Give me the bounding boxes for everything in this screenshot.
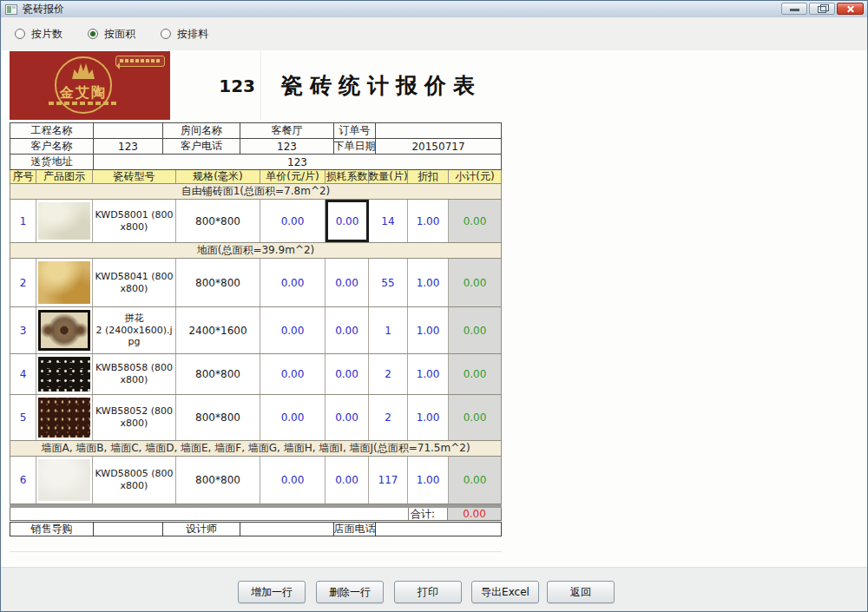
minimize-button[interactable] [781,3,807,15]
total-label[interactable]: 合计: [408,508,447,520]
project-name-label[interactable]: 工程名称 [10,123,94,138]
tile-image-cell[interactable] [36,307,93,353]
row-price[interactable]: 0.00 [260,307,326,353]
row-discount[interactable]: 1.00 [408,395,449,440]
row-discount[interactable]: 1.00 [408,354,449,394]
customer-name-value[interactable]: 123 [94,139,163,154]
restore-button[interactable] [809,3,835,15]
row-subtotal[interactable]: 0.00 [449,395,501,440]
radio-by-pieces[interactable]: 按片数 [15,27,62,42]
add-row-button[interactable]: 增加一行 [238,581,306,603]
row-qty[interactable]: 117 [369,457,408,503]
row-discount[interactable]: 1.00 [408,307,449,353]
row-seq[interactable]: 4 [10,354,36,394]
project-name-value[interactable] [94,123,163,138]
tile-image-cell[interactable] [36,354,93,394]
customer-phone-value[interactable]: 123 [240,139,334,154]
row-model[interactable]: KWD58005 (800x800) [93,457,176,503]
report-title[interactable]: 瓷砖统计报价表 [261,51,502,120]
row-discount[interactable]: 1.00 [408,457,449,503]
row-seq[interactable]: 5 [10,395,36,440]
row-spec[interactable]: 2400*1600 [176,307,260,353]
row-model[interactable]: KWD58041 (800x800) [93,259,176,306]
row-price[interactable]: 0.00 [260,395,326,440]
row-loss[interactable]: 0.00 [326,259,369,306]
col-subtotal[interactable]: 小计(元) [449,170,501,183]
row-model[interactable]: 拼花 2 (2400x1600).jpg [93,307,176,353]
section-free-surface[interactable]: 自由铺砖面1(总面积=7.8m^2) [10,184,502,200]
designer-label[interactable]: 设计师 [163,523,240,536]
order-no-value[interactable] [376,123,501,138]
order-date-value[interactable]: 20150717 [376,139,501,154]
row-seq[interactable]: 1 [10,200,36,242]
row-model[interactable]: KWB58052 (800x800) [93,395,176,440]
row-discount[interactable]: 1.00 [408,259,449,306]
row-subtotal[interactable]: 0.00 [449,200,501,242]
tile-image-cell[interactable] [36,259,93,306]
row-model[interactable]: KWB58058 (800x800) [93,354,176,394]
row-price[interactable]: 0.00 [260,354,326,394]
row-loss[interactable]: 0.00 [326,457,369,503]
row-qty[interactable]: 55 [369,259,408,306]
row-spec[interactable]: 800*800 [176,259,260,306]
order-date-label[interactable]: 下单日期 [334,139,376,154]
row-price[interactable]: 0.00 [260,200,326,242]
row-subtotal[interactable]: 0.00 [449,259,501,306]
sales-guide-label[interactable]: 销售导购 [10,523,94,536]
row-seq[interactable]: 3 [10,307,36,353]
section-floor[interactable]: 地面(总面积=39.9m^2) [10,243,502,259]
radio-by-layout[interactable]: 按排料 [161,27,208,42]
col-model[interactable]: 瓷砖型号 [93,170,176,183]
col-unit-price[interactable]: 单价(元/片) [260,170,326,183]
room-name-label[interactable]: 房间名称 [163,123,240,138]
titlebar[interactable]: 瓷砖报价 [1,1,867,18]
row-seq[interactable]: 6 [10,457,36,503]
back-button[interactable]: 返回 [547,581,615,603]
row-qty[interactable]: 1 [369,307,408,353]
radio-by-area[interactable]: 按面积 [88,27,135,42]
total-spacer-cell[interactable] [10,508,408,520]
row-subtotal[interactable]: 0.00 [449,354,501,394]
customer-name-label[interactable]: 客户名称 [10,139,94,154]
empty-sheet-row[interactable] [10,552,502,568]
row-price[interactable]: 0.00 [260,259,326,306]
delivery-address-label[interactable]: 送货地址 [10,155,94,169]
col-seq[interactable]: 序号 [10,170,36,183]
row-seq[interactable]: 2 [10,259,36,306]
col-loss-factor[interactable]: 损耗系数 [326,170,369,183]
row-price[interactable]: 0.00 [260,457,326,503]
section-walls[interactable]: 墙面A, 墙面B, 墙面C, 墙面D, 墙面E, 墙面F, 墙面G, 墙面H, … [10,441,502,457]
col-quantity[interactable]: 数量(片) [369,170,408,183]
row-qty[interactable]: 2 [369,354,408,394]
tile-image-cell[interactable] [36,395,93,440]
delete-row-button[interactable]: 删除一行 [316,581,384,603]
col-image[interactable]: 产品图示 [36,170,93,183]
room-name-value[interactable]: 客餐厅 [240,123,334,138]
order-no-label[interactable]: 订单号 [334,123,376,138]
row-spec[interactable]: 800*800 [176,395,260,440]
row-loss[interactable]: 0.00 [326,354,369,394]
selected-cell-loss[interactable]: 0.00 [326,200,369,242]
col-discount[interactable]: 折扣 [408,170,449,183]
delivery-address-value[interactable]: 123 [94,155,501,169]
sales-guide-value[interactable] [94,523,163,536]
row-spec[interactable]: 800*800 [176,354,260,394]
row-loss[interactable]: 0.00 [326,395,369,440]
customer-phone-label[interactable]: 客户电话 [163,139,240,154]
export-excel-button[interactable]: 导出Excel [471,581,539,603]
row-model[interactable]: KWD58001 (800x800) [93,200,176,242]
designer-value[interactable] [240,523,334,536]
row-spec[interactable]: 800*800 [176,200,260,242]
row-subtotal[interactable]: 0.00 [449,457,501,503]
print-button[interactable]: 打印 [394,581,462,603]
shop-phone-label[interactable]: 店面电话 [334,523,376,536]
report-order-no[interactable]: 123 [170,51,261,120]
col-spec[interactable]: 规格(毫米) [176,170,260,183]
shop-phone-value[interactable] [376,523,501,536]
tile-image-cell[interactable] [36,457,93,503]
row-discount[interactable]: 1.00 [408,200,449,242]
close-button[interactable] [837,3,864,15]
row-qty[interactable]: 2 [369,395,408,440]
row-loss[interactable]: 0.00 [326,307,369,353]
row-spec[interactable]: 800*800 [176,457,260,503]
